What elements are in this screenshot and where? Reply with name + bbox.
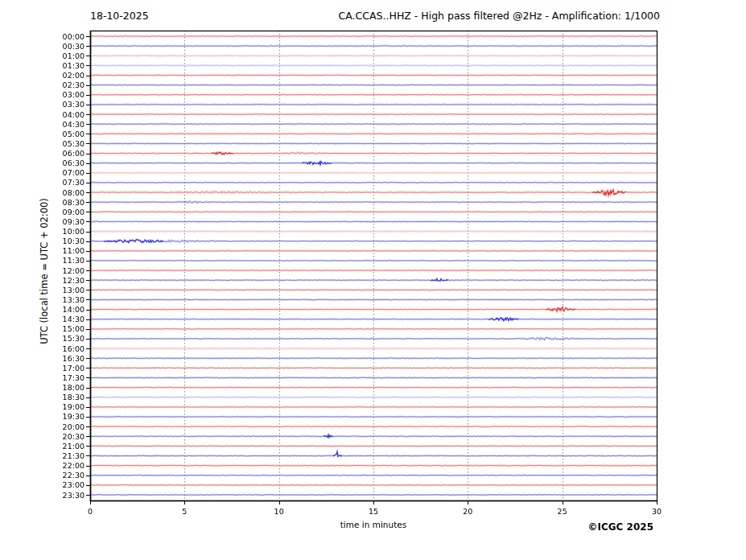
y-tick-label: 22:30 (0, 471, 84, 479)
y-tick-label: 20:30 (0, 433, 84, 440)
y-tick-label: 16:30 (0, 355, 84, 362)
y-tick-label: 21:00 (0, 443, 84, 450)
y-tick-label: 04:30 (0, 121, 84, 128)
copyright-label: ©ICGC 2025 (587, 521, 653, 533)
y-tick-label: 08:30 (0, 199, 84, 206)
x-tick-label: 0 (76, 507, 104, 516)
x-tick-label: 5 (171, 507, 198, 516)
y-tick-label: 17:30 (0, 374, 84, 381)
y-tick-label: 03:00 (0, 91, 84, 98)
y-tick-label: 09:30 (0, 218, 84, 225)
y-tick-label: 23:30 (0, 492, 84, 499)
y-tick-label: 03:30 (0, 101, 84, 108)
y-tick-label: 13:30 (0, 296, 84, 303)
y-tick-label: 19:30 (0, 413, 84, 420)
y-tick-label: 06:00 (0, 150, 84, 157)
y-tick-label: 08:00 (0, 189, 84, 196)
y-tick-label: 05:30 (0, 140, 84, 147)
y-tick-label: 13:00 (0, 286, 84, 294)
x-tick-label: 10 (266, 507, 293, 516)
y-tick-label: 04:00 (0, 111, 84, 118)
y-tick-label: 00:30 (0, 43, 84, 50)
x-tick-label: 15 (360, 507, 387, 516)
x-tick-label: 25 (549, 507, 576, 516)
y-tick-label: 01:00 (0, 52, 84, 60)
y-tick-label: 19:00 (0, 403, 84, 410)
y-tick-label: 21:30 (0, 452, 84, 459)
y-tick-label: 10:00 (0, 228, 84, 235)
y-tick-label: 10:30 (0, 237, 84, 245)
helicorder-figure: 18-10-2025 CA.CCAS..HHZ - High pass filt… (0, 0, 746, 560)
x-axis-label: time in minutes (340, 520, 406, 529)
y-tick-label: 11:00 (0, 247, 84, 254)
y-tick-label: 07:00 (0, 169, 84, 176)
y-tick-label: 00:00 (0, 33, 84, 40)
y-tick-label: 11:30 (0, 257, 84, 264)
y-tick-label: 17:00 (0, 364, 84, 372)
y-tick-label: 20:00 (0, 423, 84, 430)
y-tick-label: 02:00 (0, 72, 84, 79)
y-tick-label: 09:00 (0, 208, 84, 216)
y-tick-label: 18:00 (0, 384, 84, 391)
y-tick-label: 01:30 (0, 62, 84, 69)
y-tick-label: 05:00 (0, 130, 84, 138)
y-tick-label: 15:30 (0, 335, 84, 342)
y-tick-label: 14:00 (0, 306, 84, 313)
x-tick-label: 20 (454, 507, 481, 516)
y-tick-label: 12:00 (0, 267, 84, 274)
y-tick-label: 07:30 (0, 179, 84, 186)
y-tick-label: 02:30 (0, 81, 84, 89)
helicorder-plot-canvas (0, 0, 746, 560)
y-tick-label: 12:30 (0, 277, 84, 284)
y-tick-label: 06:30 (0, 159, 84, 167)
y-tick-label: 16:00 (0, 345, 84, 352)
y-tick-label: 14:30 (0, 315, 84, 323)
y-tick-label: 23:00 (0, 481, 84, 488)
y-tick-label: 18:30 (0, 393, 84, 401)
y-tick-label: 15:00 (0, 325, 84, 332)
y-tick-label: 22:00 (0, 462, 84, 469)
x-tick-label: 30 (643, 507, 670, 516)
